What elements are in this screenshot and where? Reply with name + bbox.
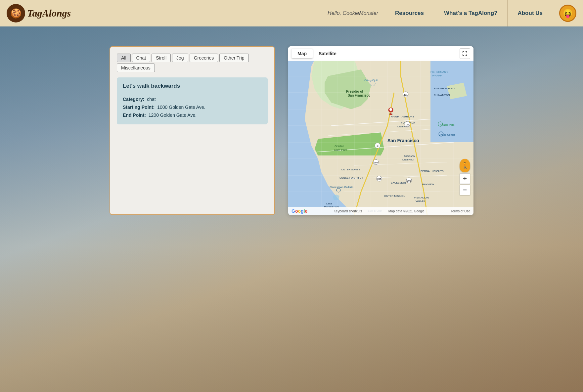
map-keyboard-shortcuts[interactable]: Keyboard shortcuts [334,209,362,213]
map-tab-map[interactable]: Map [292,49,313,58]
svg-text:VISITACION: VISITACION [414,196,429,199]
trip-start-label: Starting Point: [123,105,155,110]
svg-text:FISHERMAN'S: FISHERMAN'S [430,70,448,73]
svg-text:EXCELSIOR: EXCELSIOR [391,181,406,184]
filter-tab-groceries[interactable]: Groceries [190,54,218,62]
svg-text:OUTER MISSION: OUTER MISSION [384,195,405,197]
page-background: All Chat Stroll Jog Groceries Other Trip… [0,26,583,392]
logo-icon: 🍪 [7,4,25,22]
nav-resources[interactable]: Resources [385,0,434,26]
filter-tab-miscellaneous[interactable]: Miscellaneous [117,64,155,72]
map-panel: Map Satellite [288,46,473,215]
trip-end-label: End Point: [123,112,146,118]
svg-text:Lake: Lake [326,202,332,205]
svg-text:①: ① [377,145,379,147]
filter-tab-chat[interactable]: Chat [132,54,151,62]
map-image: Presidio of San Francisco Golden Gate Pa… [288,60,473,215]
trip-category-value: chat [147,97,156,102]
svg-text:Golden: Golden [335,145,344,148]
filter-tab-other-trip[interactable]: Other Trip [219,54,248,62]
svg-text:San Francisco: San Francisco [387,138,419,143]
svg-text:San Francisco: San Francisco [348,94,370,97]
svg-text:VALLEY: VALLEY [416,199,426,202]
filter-tabs: All Chat Stroll Jog Groceries Other Trip… [117,54,268,72]
navbar-greeting: Hello, CookieMonster [321,10,385,16]
filter-tab-all[interactable]: All [117,54,131,62]
logo-text: TagAlongs [27,8,71,19]
svg-text:OUTER SUNSET: OUTER SUNSET [341,168,362,171]
svg-text:EMBARCADERO: EMBARCADERO [434,87,455,90]
logo-link[interactable]: 🍪 TagAlongs [7,4,71,22]
nav-whats-takalong[interactable]: What's a TagAlong? [434,0,507,26]
trip-card-details: Category: chat Starting Point: 1000 Gold… [123,96,262,119]
svg-text:HAIGHT-ASHBURY: HAIGHT-ASHBURY [391,115,415,118]
google-logo: Google [292,208,307,214]
svg-rect-5 [463,54,463,56]
trip-card-title: Let's walk backwards [123,83,262,92]
svg-text:101: 101 [404,94,408,96]
trip-start-row: Starting Point: 1000 Golden Gate Ave. [123,104,262,111]
svg-rect-1 [463,51,463,53]
map-tab-satellite[interactable]: Satellite [313,49,342,58]
nav-about-us[interactable]: About Us [507,0,553,26]
svg-text:SUNSET DISTRICT: SUNSET DISTRICT [339,176,363,179]
svg-text:MISSION: MISSION [404,155,415,158]
map-terms-link[interactable]: Terms of Use [451,209,470,213]
navbar: 🍪 TagAlongs Hello, CookieMonster Resourc… [0,0,583,26]
svg-text:BERNAL HEIGHTS: BERNAL HEIGHTS [421,170,444,173]
filter-tab-stroll[interactable]: Stroll [152,54,171,62]
map-zoom-out-button[interactable]: − [460,185,470,195]
map-zoom-in-button[interactable]: + [460,173,470,184]
svg-text:Presidio of: Presidio of [346,90,363,93]
svg-text:DISTRICT: DISTRICT [402,158,415,161]
left-panel: All Chat Stroll Jog Groceries Other Trip… [110,46,275,215]
trip-start-value: 1000 Golden Gate Ave. [157,105,205,110]
map-zoom-controls: + − [460,173,470,195]
svg-text:BAYVIEW: BAYVIEW [422,183,434,186]
map-pegman[interactable]: 🚶 [460,159,470,172]
navbar-links: Resources What's a TagAlong? About Us [385,0,553,26]
svg-text:Gate Park: Gate Park [334,148,347,152]
map-data-credit: Map data ©2021 Google [388,209,425,213]
svg-text:280: 280 [374,161,378,164]
trip-end-row: End Point: 1200 Golden Gate Ave. [123,111,262,119]
svg-point-74 [389,108,392,111]
map-bottom-bar: Google Keyboard shortcuts Map data ©2021… [288,207,473,215]
user-avatar[interactable]: 😝 [559,5,576,22]
trip-category-row: Category: chat [123,96,262,104]
svg-text:280: 280 [377,178,381,180]
svg-text:Chase Center: Chase Center [439,133,455,136]
svg-rect-7 [467,54,467,56]
svg-text:WHARF: WHARF [432,74,442,77]
svg-text:Stonestown Galleria: Stonestown Galleria [330,186,353,189]
svg-text:101: 101 [407,180,411,182]
trip-end-value: 1200 Golden Gate Ave. [149,112,197,118]
trip-category-label: Category: [123,97,144,102]
svg-text:101: 101 [405,123,409,126]
filter-tab-jog[interactable]: Jog [172,54,188,62]
map-fullscreen-button[interactable] [460,48,470,59]
svg-rect-3 [467,51,467,53]
trip-card[interactable]: Let's walk backwards Category: chat Star… [117,77,268,124]
svg-text:CHINATOWN: CHINATOWN [434,94,450,97]
map-controls: Map Satellite [288,46,473,61]
